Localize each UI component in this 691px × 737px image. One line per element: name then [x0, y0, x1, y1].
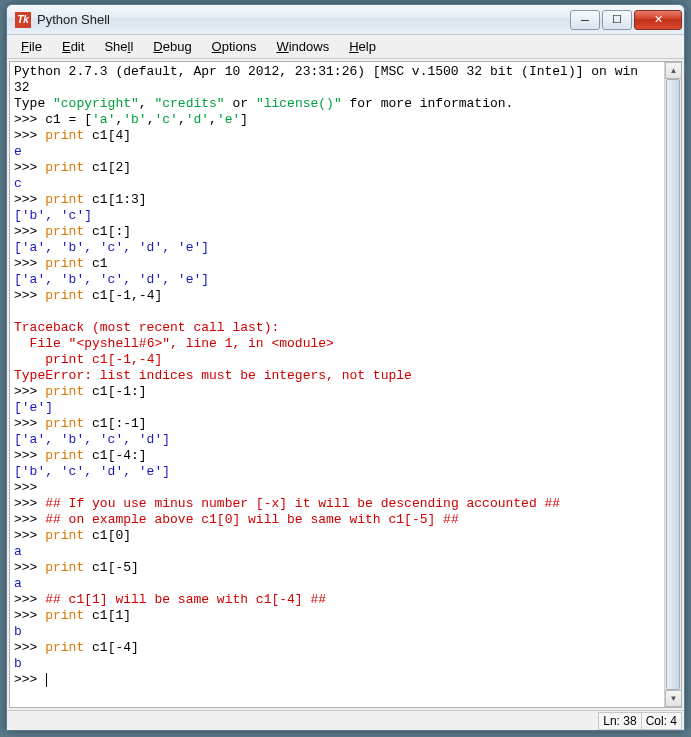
stmt: c1: [84, 256, 107, 271]
prompt: >>>: [14, 496, 45, 511]
prompt: >>>: [14, 384, 45, 399]
keyword: print: [45, 288, 84, 303]
menu-shell[interactable]: Shell: [94, 37, 143, 56]
menu-windows[interactable]: Windows: [266, 37, 339, 56]
menu-debug[interactable]: Debug: [143, 37, 201, 56]
output: a: [14, 544, 22, 559]
python-shell-window: Tk Python Shell ─ ☐ ✕ File Edit Shell De…: [6, 4, 685, 731]
prompt: >>>: [14, 288, 45, 303]
prompt: >>>: [14, 112, 45, 127]
output: b: [14, 656, 22, 671]
keyword: print: [45, 608, 84, 623]
prompt: >>>: [14, 256, 45, 271]
keyword: print: [45, 224, 84, 239]
prompt: >>>: [14, 592, 45, 607]
output: ['e']: [14, 400, 53, 415]
keyword: print: [45, 192, 84, 207]
keyword: print: [45, 256, 84, 271]
comment: ## c1[1] will be same with c1[-4] ##: [45, 592, 326, 607]
editor-area[interactable]: Python 2.7.3 (default, Apr 10 2012, 23:3…: [10, 62, 664, 707]
prompt: >>>: [14, 128, 45, 143]
stmt: c1[-1,-4]: [84, 288, 162, 303]
scroll-down-button[interactable]: ▼: [665, 690, 682, 707]
menu-edit[interactable]: Edit: [52, 37, 94, 56]
editor-wrap: Python 2.7.3 (default, Apr 10 2012, 23:3…: [9, 61, 682, 708]
output: ['b', 'c', 'd', 'e']: [14, 464, 170, 479]
stmt: c1[-1:]: [84, 384, 146, 399]
banner-line: Python 2.7.3 (default, Apr 10 2012, 23:3…: [14, 64, 638, 79]
output: a: [14, 576, 22, 591]
output: e: [14, 144, 22, 159]
prompt: >>>: [14, 672, 45, 687]
stmt: c1[-5]: [84, 560, 139, 575]
window-controls: ─ ☐ ✕: [570, 10, 682, 30]
output: ['a', 'b', 'c', 'd', 'e']: [14, 240, 209, 255]
traceback: File "<pyshell#6>", line 1, in <module>: [14, 336, 334, 351]
prompt: >>>: [14, 192, 45, 207]
stmt: c1[1]: [84, 608, 131, 623]
stmt: c1[2]: [84, 160, 131, 175]
output: ['a', 'b', 'c', 'd']: [14, 432, 170, 447]
banner-line: 32: [14, 80, 30, 95]
comment: ## If you use minus number [-x] it will …: [45, 496, 560, 511]
banner-line: Type "copyright", "credits" or "license(…: [14, 96, 513, 111]
stmt: c1[1:3]: [84, 192, 146, 207]
text-cursor: [46, 673, 47, 687]
keyword: print: [45, 384, 84, 399]
scroll-up-button[interactable]: ▲: [665, 62, 682, 79]
stmt: c1[4]: [84, 128, 131, 143]
status-line: Ln: 38: [598, 712, 641, 730]
prompt: >>>: [14, 560, 45, 575]
output: c: [14, 176, 22, 191]
stmt: c1[:]: [84, 224, 131, 239]
prompt: >>>: [14, 160, 45, 175]
maximize-button[interactable]: ☐: [602, 10, 632, 30]
stmt: c1 = ['a','b','c','d','e']: [45, 112, 248, 127]
traceback: TypeError: list indices must be integers…: [14, 368, 412, 383]
keyword: print: [45, 128, 84, 143]
keyword: print: [45, 160, 84, 175]
stmt: c1[:-1]: [84, 416, 146, 431]
stmt: c1[0]: [84, 528, 131, 543]
stmt: c1[-4]: [84, 640, 139, 655]
keyword: print: [45, 560, 84, 575]
prompt: >>>: [14, 608, 45, 623]
comment: ## on example above c1[0] will be same w…: [45, 512, 458, 527]
keyword: print: [45, 640, 84, 655]
status-col: Col: 4: [641, 712, 682, 730]
prompt: >>>: [14, 416, 45, 431]
minimize-button[interactable]: ─: [570, 10, 600, 30]
keyword: print: [45, 416, 84, 431]
output: ['a', 'b', 'c', 'd', 'e']: [14, 272, 209, 287]
scrollbar-thumb[interactable]: [666, 79, 680, 690]
titlebar[interactable]: Tk Python Shell ─ ☐ ✕: [7, 5, 684, 35]
keyword: print: [45, 448, 84, 463]
statusbar: Ln: 38 Col: 4: [7, 710, 684, 730]
menu-help[interactable]: Help: [339, 37, 386, 56]
app-icon: Tk: [15, 12, 31, 28]
output: ['b', 'c']: [14, 208, 92, 223]
prompt: >>>: [14, 640, 45, 655]
prompt: >>>: [14, 224, 45, 239]
traceback: print c1[-1,-4]: [14, 352, 162, 367]
menu-options[interactable]: Options: [202, 37, 267, 56]
close-button[interactable]: ✕: [634, 10, 682, 30]
traceback: Traceback (most recent call last):: [14, 320, 279, 335]
output: b: [14, 624, 22, 639]
menu-file[interactable]: File: [11, 37, 52, 56]
prompt: >>>: [14, 480, 45, 495]
vertical-scrollbar[interactable]: ▲ ▼: [664, 62, 681, 707]
menubar: File Edit Shell Debug Options Windows He…: [7, 35, 684, 59]
prompt: >>>: [14, 512, 45, 527]
window-title: Python Shell: [37, 12, 570, 27]
scrollbar-track[interactable]: [665, 79, 681, 690]
prompt: >>>: [14, 448, 45, 463]
prompt: >>>: [14, 528, 45, 543]
stmt: c1[-4:]: [84, 448, 146, 463]
keyword: print: [45, 528, 84, 543]
